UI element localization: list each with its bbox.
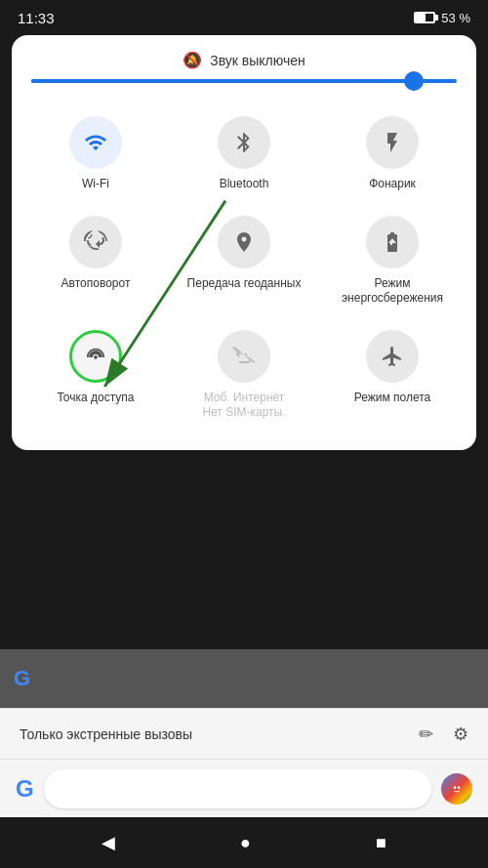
flashlight-label: Фонарик [369,177,416,192]
battery-saver-icon [381,230,404,254]
emergency-icons: ✏ ⚙ [419,723,468,745]
mobile-data-icon [232,345,256,368]
location-label: Передача геоданных [187,276,302,292]
wifi-label: Wi-Fi [82,177,109,192]
assistant-icon [449,781,465,797]
back-button[interactable]: ◀ [94,824,123,861]
tiles-grid: Wi-Fi Bluetooth Фонарик [12,103,476,431]
bottom-section: G Только экстренные вызовы ✏ ⚙ G ◀ ● ■ [0,649,488,868]
mobile-data-label: Моб. ИнтернетНет SIM-карты. [202,391,285,421]
tile-bluetooth[interactable]: Bluetooth [170,103,318,202]
bluetooth-icon [232,131,256,154]
location-icon-circle [218,216,270,269]
quick-settings-panel: 🔕 Звук выключен Wi-Fi [12,35,476,450]
autorotate-icon-circle [69,216,122,269]
flashlight-icon [381,131,404,154]
home-screen-glimpse: G [0,649,488,708]
status-time: 11:33 [18,10,55,26]
airplane-icon-circle [366,330,419,383]
wifi-icon [84,131,107,154]
bluetooth-label: Bluetooth [220,177,269,192]
google-logo: G [16,775,34,803]
battery-icon [414,12,435,23]
google-assistant-button[interactable] [441,773,472,805]
recents-button[interactable]: ■ [368,825,394,861]
status-right: 53 % [414,11,470,25]
volume-thumb[interactable] [404,71,424,91]
sound-row: 🔕 Звук выключен [12,51,476,69]
battery-percent: 53 % [441,11,470,25]
volume-slider[interactable] [31,79,457,83]
navigation-bar: ◀ ● ■ [0,817,488,868]
wifi-icon-circle [69,116,122,169]
battery-saver-label: Режим энергосбережения [326,276,459,307]
hotspot-icon [85,346,106,367]
svg-point-4 [458,786,461,789]
google-g-logo: G [14,666,30,691]
autorotate-icon [84,230,107,254]
volume-gear-icon [407,74,421,88]
autorotate-label: Автоповорот [61,276,131,292]
tile-location[interactable]: Передача геоданных [170,202,318,316]
airplane-label: Режим полета [354,391,431,406]
tile-battery-saver[interactable]: Режим энергосбережения [318,202,467,316]
svg-point-3 [454,786,457,789]
status-bar: 11:33 53 % [0,0,488,35]
edit-icon[interactable]: ✏ [419,723,433,745]
emergency-text: Только экстренные вызовы [20,726,192,742]
bluetooth-icon-circle [218,116,270,169]
hotspot-label: Точка доступа [57,391,134,406]
tile-hotspot[interactable]: Точка доступа [21,316,170,431]
svg-point-2 [450,782,463,795]
sound-label: Звук выключен [210,53,305,68]
mute-icon: 🔕 [183,51,202,69]
tile-mobile-data[interactable]: Моб. ИнтернетНет SIM-карты. [170,316,318,431]
tile-wifi[interactable]: Wi-Fi [21,103,170,202]
hotspot-icon-circle [69,330,122,383]
search-input[interactable] [44,769,431,808]
tile-flashlight[interactable]: Фонарик [318,103,467,202]
home-button[interactable]: ● [232,825,259,861]
tile-autorotate[interactable]: Автоповорот [21,202,170,316]
tile-airplane[interactable]: Режим полета [318,316,467,431]
location-icon [232,230,256,254]
flashlight-icon-circle [366,116,419,169]
airplane-icon [381,345,404,368]
google-search-bar[interactable]: G [0,759,488,817]
mobile-data-icon-circle [218,330,270,383]
volume-slider-row[interactable] [12,79,476,83]
battery-saver-icon-circle [366,216,419,269]
emergency-bar: Только экстренные вызовы ✏ ⚙ [0,708,488,759]
settings-icon[interactable]: ⚙ [453,723,468,745]
